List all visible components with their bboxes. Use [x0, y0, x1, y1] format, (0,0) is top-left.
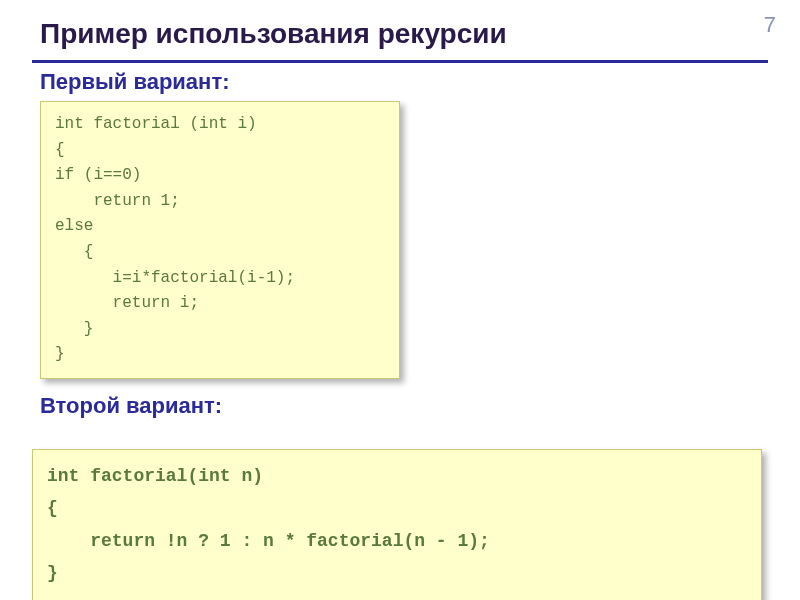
code-block-first: int factorial (int i) { if (i==0) return… [40, 101, 400, 379]
subtitle-second-variant: Второй вариант: [32, 393, 768, 419]
page-number: 7 [764, 12, 776, 38]
code-block-second: int factorial(int n) { return !n ? 1 : n… [32, 449, 762, 600]
slide-title: Пример использования рекурсии [32, 18, 768, 63]
subtitle-first-variant: Первый вариант: [32, 69, 768, 95]
